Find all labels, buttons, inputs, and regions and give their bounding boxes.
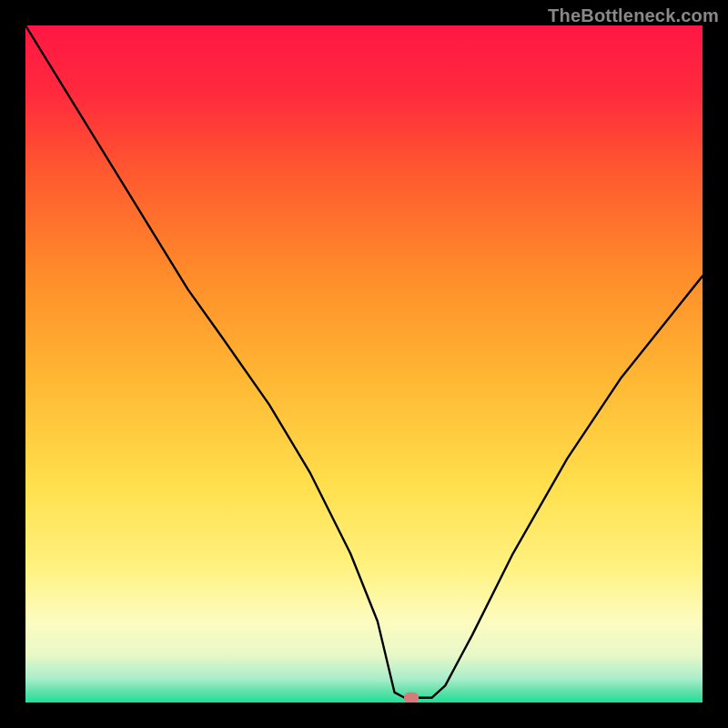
plot-area <box>25 25 703 703</box>
chart-container: TheBottleneck.com <box>0 0 728 728</box>
chart-background <box>25 25 703 703</box>
watermark-text: TheBottleneck.com <box>548 5 719 26</box>
chart-svg <box>25 25 703 703</box>
optimal-marker <box>404 693 419 703</box>
